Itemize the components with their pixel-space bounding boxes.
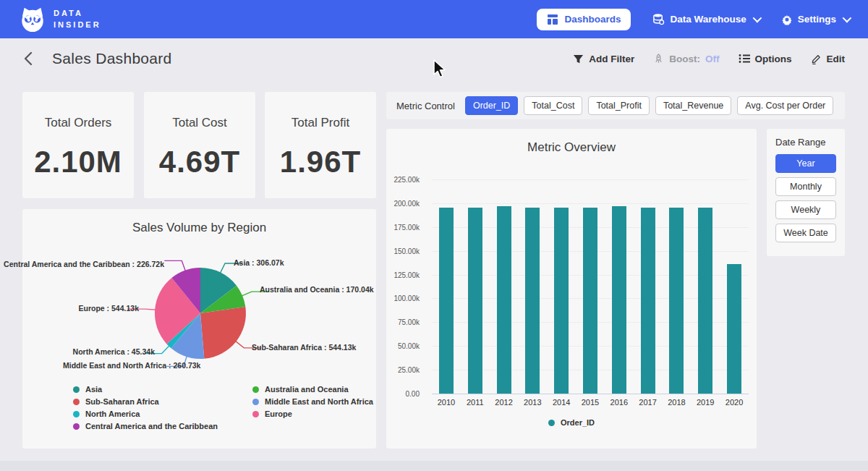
pie-label-australia-oceania: Australia and Oceania : 170.04k [260, 285, 374, 294]
boost-state: Off [705, 54, 720, 64]
add-filter-button[interactable]: Add Filter [573, 54, 634, 64]
settings-menu[interactable]: Settings [781, 14, 849, 25]
options-button[interactable]: Options [739, 54, 792, 64]
x-axis-tick: 2011 [461, 398, 490, 407]
sales-dashboard-app: DATA INSIDER Dashboards [0, 0, 868, 471]
x-axis-tick: 2012 [490, 398, 519, 407]
kpi-value: 4.69T [144, 145, 255, 179]
legend-item-central-america-and-the-caribbean[interactable]: Central America and the Caribbean [73, 422, 218, 430]
y-axis-tick: 200.00k [393, 199, 420, 207]
gridline [432, 394, 749, 394]
bar-slot [720, 179, 749, 394]
legend-item-sub-saharan-africa[interactable]: Sub-Saharan Africa [73, 397, 218, 406]
kpi-card-total-cost: Total Cost 4.69T [144, 92, 255, 198]
legend-dot [548, 420, 555, 426]
metric-control-bar: Metric Control Order_ID Total_Cost Total… [386, 92, 845, 119]
date-range-week-date-button[interactable]: Week Date [775, 224, 836, 242]
bar-2012[interactable] [497, 206, 511, 394]
kpi-value: 1.96T [265, 145, 376, 179]
date-range-panel: Date Range Year Monthly Weekly Week Date [767, 129, 845, 256]
metric-button-avg-cost-per-order[interactable]: Avg. Cost per Order [737, 96, 833, 115]
pie-slice-asia[interactable] [200, 268, 237, 313]
pie-label-europe: Europe : 544.13k [79, 304, 139, 313]
legend-dot [252, 386, 259, 393]
metric-button-total-revenue[interactable]: Total_Revenue [655, 96, 731, 115]
x-axis-tick: 2013 [518, 398, 547, 407]
pie-slice-australia-and-oceania[interactable] [200, 286, 245, 313]
y-axis-tick: 150.00k [393, 247, 420, 255]
date-range-monthly-button[interactable]: Monthly [775, 177, 836, 196]
bar-slot [461, 179, 490, 394]
bar-2013[interactable] [525, 208, 540, 394]
metric-overview-panel: Metric Overview 0.0025.00k50.00k75.00k10… [386, 129, 757, 449]
legend-item-middle-east-and-north-africa[interactable]: Middle East and North Africa [252, 397, 373, 406]
data-warehouse-menu[interactable]: Data Warehouse [652, 13, 759, 25]
boost-toggle[interactable]: Boost: Off [653, 54, 719, 64]
metric-button-total-profit[interactable]: Total_Profit [588, 96, 650, 115]
bar-slot [518, 179, 547, 394]
pie-slice-europe[interactable] [155, 278, 200, 344]
bar-chart-legend: Order_ID [386, 418, 757, 427]
y-axis-tick: 125.00k [393, 271, 420, 279]
bar-2019[interactable] [698, 208, 712, 394]
bar-2011[interactable] [468, 208, 482, 394]
top-navbar: DATA INSIDER Dashboards [0, 0, 868, 38]
legend-item-north-america[interactable]: North America [73, 410, 218, 418]
date-range-weekly-button[interactable]: Weekly [775, 200, 836, 219]
y-axis-tick: 25.00k [398, 366, 420, 374]
kpi-label: Total Profit [265, 116, 376, 130]
bar-2014[interactable] [554, 208, 569, 394]
bar-2017[interactable] [641, 208, 655, 394]
bar-chart-title: Metric Overview [386, 129, 757, 155]
bar-2015[interactable] [583, 208, 597, 394]
legend-item-australia-and-oceania[interactable]: Australia and Oceania [252, 385, 373, 394]
back-button[interactable] [23, 51, 38, 66]
pie-label-north-america: North America : 45.34k [73, 347, 155, 356]
top-navigation: Dashboards Data Warehouse [537, 9, 849, 30]
date-range-year-button[interactable]: Year [775, 154, 836, 173]
bar-2018[interactable] [669, 208, 684, 394]
kpi-card-total-profit: Total Profit 1.96T [265, 92, 376, 198]
bar-2010[interactable] [439, 208, 454, 394]
brand-logo[interactable]: DATA INSIDER [19, 6, 101, 33]
pie-slice-middle-east-and-north-africa[interactable] [171, 313, 205, 359]
x-axis-tick: 2017 [634, 398, 663, 407]
pie-label-central-america-caribbean: Central America and the Caribbean : 226.… [4, 260, 164, 268]
toolbar-actions: Add Filter Boost: Off [573, 54, 845, 64]
metric-button-order-id[interactable]: Order_ID [465, 96, 518, 115]
bar-slot [663, 179, 692, 394]
edit-button[interactable]: Edit [811, 54, 846, 64]
sales-volume-by-region-panel: Sales Volume by Region Asia : 306.07k Au… [22, 209, 376, 449]
pie-slice-sub-saharan-africa[interactable] [200, 307, 246, 359]
bar-slot [634, 179, 663, 394]
chevron-down-icon [843, 14, 852, 23]
x-axis-tick: 2010 [432, 398, 461, 407]
metric-control-label: Metric Control [396, 101, 455, 111]
metric-button-total-cost[interactable]: Total_Cost [524, 96, 582, 115]
bar-slot [605, 179, 634, 394]
y-axis-tick: 75.00k [398, 318, 420, 326]
owl-logo-icon [19, 6, 46, 33]
kpi-value: 2.10M [22, 145, 134, 179]
bar-2016[interactable] [612, 206, 626, 394]
y-axis-tick: 100.00k [393, 294, 420, 302]
legend-dot [252, 411, 259, 417]
x-axis-tick: 2018 [663, 398, 692, 407]
pie-slice-north-america[interactable] [166, 313, 200, 348]
kpi-label: Total Cost [144, 116, 255, 130]
legend-dot [73, 399, 80, 405]
pie-slice-central-america-and-the-caribbean[interactable] [171, 268, 200, 313]
bar-chart-plot-area[interactable]: 0.0025.00k50.00k75.00k100.00k125.00k150.… [432, 179, 749, 394]
bar-slot [576, 179, 605, 394]
pie-label-asia: Asia : 306.07k [234, 258, 284, 267]
legend-item-asia[interactable]: Asia [73, 385, 218, 394]
bar-slot [547, 179, 576, 394]
pie-label-sub-saharan-africa: Sub-Saharan Africa : 544.13k [252, 343, 356, 352]
legend-item-order-id: Order_ID [548, 418, 595, 427]
legend-item-europe[interactable]: Europe [252, 410, 373, 418]
pie-label-middle-east-north-africa: Middle East and North Africa : 260.73k [63, 361, 200, 370]
brand-name: DATA INSIDER [54, 8, 101, 31]
dashboards-button[interactable]: Dashboards [537, 9, 631, 30]
bar-2020[interactable] [727, 264, 741, 394]
bar-slot [432, 179, 461, 394]
